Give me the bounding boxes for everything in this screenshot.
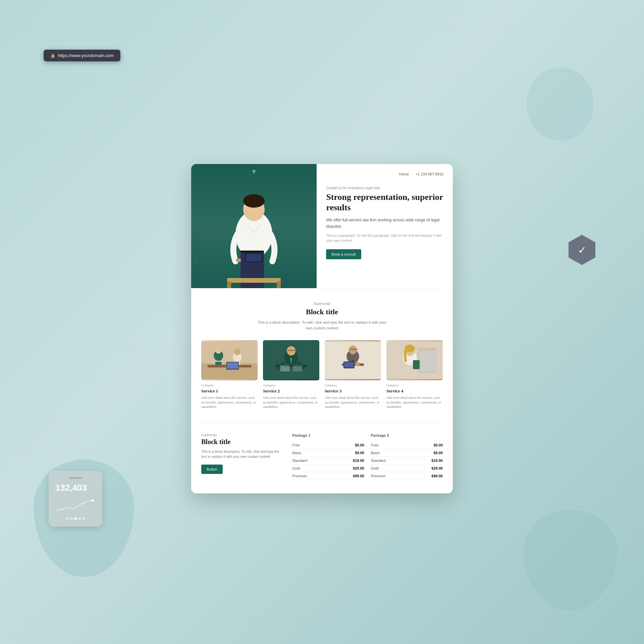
pricing-left: Superscript Block title This is a block … bbox=[201, 433, 282, 480]
hero-nav: Home +1 234 567 8910 bbox=[326, 172, 443, 176]
lock-icon: 🔒 bbox=[50, 53, 55, 58]
hero-content: Home +1 234 567 8910 Contact us for emer… bbox=[317, 164, 453, 288]
service-card-3: Category Service 3 Add more detail about… bbox=[325, 340, 381, 410]
service-category-1: Category bbox=[201, 384, 258, 387]
service-desc-1: Add more detail about this service, such… bbox=[201, 396, 258, 410]
services-section: Superscript Block title This is a block … bbox=[191, 288, 453, 423]
stats-dot-2 bbox=[70, 517, 73, 520]
pkg2-tier-premium: Premium $99.00 bbox=[371, 472, 443, 480]
service-card-2: Category Service 2 Add more detail about… bbox=[263, 340, 319, 410]
service-image-3 bbox=[325, 340, 381, 380]
logo-badge: ⚜ bbox=[251, 168, 257, 175]
service-image-1 bbox=[201, 340, 258, 380]
svg-rect-25 bbox=[280, 365, 289, 372]
url-text: https://www.yourdomain.com bbox=[58, 53, 114, 58]
pricing-title: Block title bbox=[201, 438, 282, 446]
hero-subtitle: We offer full-service law firm working a… bbox=[326, 217, 443, 230]
pkg2-tier-basic: Basic $9.00 bbox=[371, 449, 443, 457]
stats-handle bbox=[69, 477, 82, 479]
service-category-2: Category bbox=[263, 384, 319, 387]
pkg2-tier-standard: Standard $19.00 bbox=[371, 457, 443, 465]
book-consult-button[interactable]: Book a consult bbox=[326, 249, 361, 259]
pricing-desc: This is a block description. To edit, cl… bbox=[201, 449, 282, 459]
hero-person-svg bbox=[217, 181, 291, 288]
svg-rect-6 bbox=[246, 254, 262, 262]
package2-name: Package 2 bbox=[371, 433, 443, 437]
svg-rect-20 bbox=[227, 363, 238, 369]
stats-dot-3 bbox=[74, 517, 77, 520]
bg-decoration-top-right bbox=[527, 67, 594, 141]
svg-rect-26 bbox=[293, 365, 302, 372]
svg-rect-7 bbox=[240, 251, 264, 253]
service-image-2 bbox=[263, 340, 319, 380]
service-name-2: Service 2 bbox=[263, 388, 319, 394]
nav-home[interactable]: Home bbox=[399, 172, 409, 176]
hero-contact-label: Contact us for emergency legal help bbox=[326, 186, 443, 190]
svg-point-3 bbox=[243, 194, 265, 208]
hero-section: ⚜ bbox=[191, 164, 453, 288]
stats-dot-5 bbox=[82, 517, 85, 520]
svg-point-31 bbox=[349, 345, 357, 354]
service-desc-4: Add more detail about this service, such… bbox=[386, 396, 443, 410]
checkmark-icon: ✓ bbox=[578, 244, 586, 256]
pricing-right: Package 1 Free $0.00 Basic $9.00 Standar… bbox=[292, 433, 443, 480]
svg-rect-9 bbox=[227, 278, 281, 283]
package1-name: Package 1 bbox=[292, 433, 364, 437]
pkg1-tier-gold: Gold $29.00 bbox=[292, 465, 364, 472]
pkg1-tier-basic: Basic $9.00 bbox=[292, 449, 364, 457]
svg-point-16 bbox=[215, 347, 222, 354]
service-desc-3: Add more detail about this service, such… bbox=[325, 396, 381, 410]
pricing-button[interactable]: Button bbox=[201, 465, 223, 474]
service-desc-2: Add more detail about this service, such… bbox=[263, 396, 319, 410]
stats-dot-1 bbox=[66, 517, 69, 520]
service-category-4: Category bbox=[386, 384, 443, 387]
service-category-3: Category bbox=[325, 384, 381, 387]
pkg2-tier-gold: Gold $29.00 bbox=[371, 465, 443, 472]
pricing-section: Superscript Block title This is a block … bbox=[191, 423, 453, 493]
url-bar[interactable]: 🔒 https://www.yourdomain.com bbox=[44, 50, 120, 61]
service-name-4: Service 4 bbox=[386, 388, 443, 394]
services-grid: Category Service 1 Add more detail about… bbox=[201, 340, 443, 410]
service-name-1: Service 1 bbox=[201, 388, 258, 394]
svg-rect-8 bbox=[236, 259, 241, 262]
pricing-superscript: Superscript bbox=[201, 433, 282, 437]
service-card-4: Category Service 4 Add more detail about… bbox=[386, 340, 443, 410]
services-description: This is a block description. To edit, cl… bbox=[255, 320, 389, 331]
pricing-package-1: Package 1 Free $0.00 Basic $9.00 Standar… bbox=[292, 433, 364, 480]
svg-rect-10 bbox=[227, 281, 231, 288]
nav-phone[interactable]: +1 234 567 8910 bbox=[416, 172, 443, 176]
svg-point-0 bbox=[92, 499, 94, 502]
svg-rect-11 bbox=[277, 281, 281, 288]
hero-image: ⚜ bbox=[191, 164, 317, 288]
pkg2-tier-free: Free $0.00 bbox=[371, 441, 443, 449]
svg-point-24 bbox=[287, 346, 296, 356]
service-image-4 bbox=[386, 340, 443, 380]
stats-chart bbox=[55, 496, 96, 513]
hero-paragraph: This is a paragraph. To edit this paragr… bbox=[326, 233, 443, 243]
svg-point-18 bbox=[234, 348, 240, 356]
pkg1-tier-standard: Standard $19.00 bbox=[292, 457, 364, 465]
browser-window: ⚜ bbox=[191, 164, 453, 493]
service-card-1: Category Service 1 Add more detail about… bbox=[201, 340, 258, 410]
pkg1-tier-free: Free $0.00 bbox=[292, 441, 364, 449]
stats-widget: 132,403 bbox=[49, 471, 102, 527]
stats-number: 132,403 bbox=[55, 483, 96, 493]
security-badge: ✓ bbox=[569, 235, 595, 265]
services-title: Block title bbox=[201, 308, 443, 316]
pricing-package-2: Package 2 Free $0.00 Basic $9.00 Standar… bbox=[371, 433, 443, 480]
svg-rect-45 bbox=[419, 351, 436, 371]
svg-rect-37 bbox=[344, 362, 354, 368]
services-superscript: Superscript bbox=[201, 302, 443, 306]
service-name-3: Service 3 bbox=[325, 388, 381, 394]
svg-point-33 bbox=[355, 362, 360, 366]
svg-rect-44 bbox=[414, 361, 419, 368]
bg-decoration-right bbox=[523, 510, 617, 610]
stats-dots bbox=[55, 517, 96, 520]
pkg1-tier-premium: Premium $99.00 bbox=[292, 472, 364, 480]
stats-dot-4 bbox=[78, 517, 81, 520]
hero-title: Strong representation, superior results bbox=[326, 192, 443, 213]
